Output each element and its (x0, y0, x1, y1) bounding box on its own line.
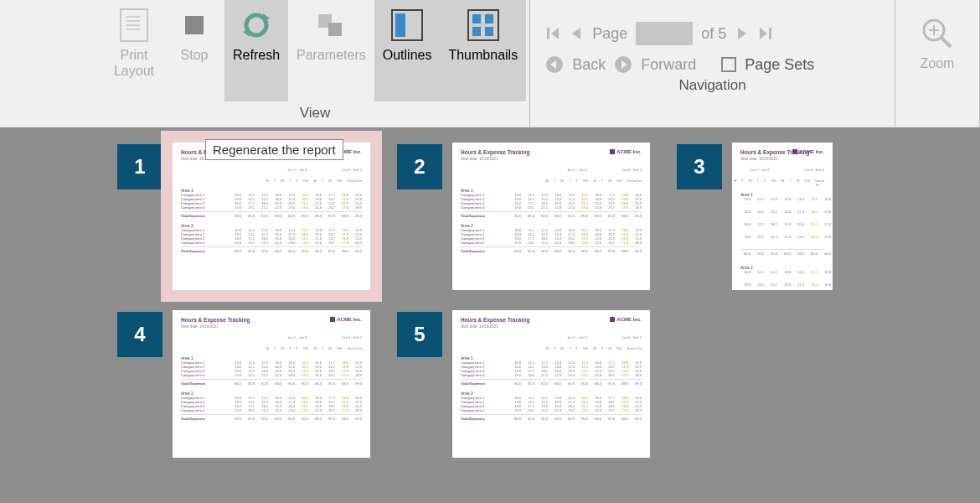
page-preview: Hours & Expense Tracking ACME Inc. Start… (173, 310, 370, 458)
stop-button[interactable]: Stop (164, 0, 224, 101)
thumb-date: Start date 10/10/2021 (740, 157, 824, 161)
thumbnail-page-2[interactable]: 2 Hours & Expense Tracking ACME Inc. Sta… (397, 143, 650, 290)
back-label: Back (572, 56, 606, 74)
thumb-logo: ACME Inc. (610, 317, 642, 322)
outlines-icon (390, 8, 424, 42)
ribbon-toolbar: Print Layout Stop Refresh Parameters (0, 0, 980, 127)
refresh-icon (240, 8, 273, 42)
parameters-label: Parameters (297, 47, 366, 63)
stop-icon (178, 8, 211, 42)
svg-marker-18 (551, 28, 559, 39)
forward-icon[interactable] (614, 55, 632, 74)
thumbnail-page-4[interactable]: 4 Hours & Expense Tracking ACME Inc. Sta… (117, 310, 370, 458)
thumb-date: Start date 10/10/2021 (461, 324, 642, 329)
history-nav-row: Back Forward Page Sets (545, 55, 879, 74)
svg-rect-14 (485, 14, 493, 23)
page-icon (117, 8, 151, 42)
svg-rect-13 (472, 14, 481, 23)
last-page-icon[interactable] (758, 26, 773, 41)
page-preview: Hours & Expense Tracking ACME Inc. Start… (173, 143, 370, 290)
svg-rect-11 (395, 13, 405, 37)
page-preview: Hours & Expense Tracking ACME Inc. Start… (452, 310, 650, 458)
zoom-icon (921, 17, 954, 50)
ribbon-group-navigation: Page of 5 Back Forward Page Sets Navigat… (530, 0, 895, 127)
svg-marker-22 (760, 28, 767, 39)
thumbnail-page-1[interactable]: 1 Hours & Expense Tracking ACME Inc. Sta… (117, 143, 370, 290)
parameters-button[interactable]: Parameters (288, 0, 374, 101)
thumbnail-page-3[interactable]: 3 Hours & Expense Tracking ACME Inc. Sta… (677, 143, 833, 290)
refresh-button[interactable]: Refresh (224, 0, 288, 101)
page-number-badge: 3 (677, 144, 722, 189)
page-preview: Hours & Expense Tracking ACME Inc. Start… (732, 143, 833, 290)
group-navigation-label: Navigation (545, 74, 879, 99)
svg-rect-17 (547, 28, 549, 39)
svg-rect-16 (485, 27, 493, 36)
svg-marker-19 (572, 28, 580, 39)
refresh-label: Refresh (233, 47, 280, 63)
thumbnails-area: 1 Hours & Expense Tracking ACME Inc. Sta… (0, 127, 980, 503)
first-page-icon[interactable] (545, 26, 560, 41)
page-number-input[interactable] (636, 22, 693, 45)
thumb-date: Start date 10/10/2021 (461, 157, 642, 161)
prev-page-icon[interactable] (569, 26, 584, 41)
page-total-label: of 5 (701, 25, 726, 43)
back-icon[interactable] (545, 55, 564, 74)
next-page-icon[interactable] (735, 26, 750, 41)
page-nav-row: Page of 5 (545, 22, 879, 45)
page-label: Page (592, 25, 627, 43)
page-preview: Hours & Expense Tracking ACME Inc. Start… (452, 143, 650, 290)
thumbnails-label: Thumbnails (448, 47, 518, 63)
group-view-label: View (101, 101, 529, 127)
svg-rect-9 (328, 23, 342, 36)
thumb-logo: ACME Inc. (330, 317, 362, 322)
forward-label: Forward (641, 56, 696, 74)
svg-rect-21 (769, 28, 771, 39)
print-layout-label: Print Layout (114, 47, 154, 79)
page-number-badge: 4 (117, 312, 162, 357)
stop-label: Stop (181, 47, 209, 63)
svg-marker-20 (738, 28, 746, 39)
page-sets-checkbox[interactable] (721, 57, 736, 72)
page-number-badge: 2 (397, 144, 442, 189)
svg-line-28 (941, 38, 951, 47)
thumbnails-icon (467, 8, 500, 42)
thumbnail-page-5[interactable]: 5 Hours & Expense Tracking ACME Inc. Sta… (397, 310, 650, 458)
refresh-tooltip: Regenerate the report (205, 139, 343, 160)
thumb-logo: ACME Inc. (792, 149, 824, 154)
svg-rect-5 (185, 16, 204, 34)
outlines-button[interactable]: Outlines (374, 0, 441, 101)
thumb-logo: ACME Inc. (610, 149, 642, 154)
thumbnails-button[interactable]: Thumbnails (440, 0, 526, 101)
zoom-button[interactable]: Zoom (907, 8, 967, 101)
page-number-badge: 5 (397, 312, 442, 357)
ribbon-group-zoom: Zoom (895, 0, 980, 127)
outlines-label: Outlines (383, 47, 432, 63)
svg-rect-15 (472, 27, 481, 36)
page-sets-label: Page Sets (745, 56, 814, 74)
ribbon-group-view: Print Layout Stop Refresh Parameters (101, 0, 530, 127)
thumb-date: Start date 10/10/2021 (181, 324, 362, 329)
zoom-label: Zoom (921, 55, 955, 71)
page-number-badge: 1 (117, 144, 162, 189)
parameters-icon (314, 8, 348, 42)
print-layout-button[interactable]: Print Layout (104, 0, 164, 101)
